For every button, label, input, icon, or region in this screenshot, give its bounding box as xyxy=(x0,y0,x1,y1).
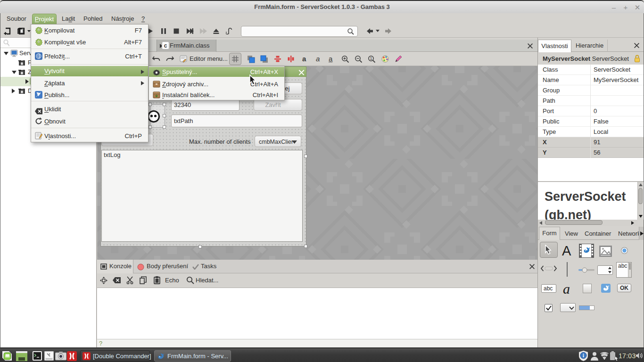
svg-text:1: 1 xyxy=(370,56,372,61)
